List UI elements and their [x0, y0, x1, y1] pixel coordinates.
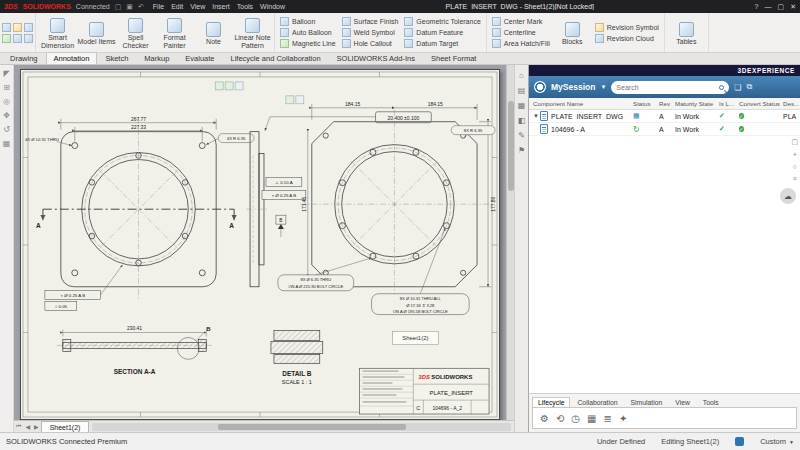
component-row-part[interactable]: 104696 - A ↻ A In Work ✓ ✓ — [529, 123, 800, 136]
tab-collaboration[interactable]: Collaboration — [571, 397, 623, 407]
drawing-canvas[interactable]: A A 267.77 227.33 4X R — [14, 65, 514, 432]
tab-sheet-format[interactable]: Sheet Format — [423, 52, 484, 64]
options-icon[interactable] — [24, 23, 33, 32]
search-icon[interactable] — [719, 85, 724, 90]
list-icon[interactable]: ≡ — [793, 175, 797, 182]
tab-annotation[interactable]: Annotation — [46, 52, 98, 64]
datum-target-button[interactable]: Datum Target — [404, 39, 480, 48]
select-icon[interactable] — [13, 34, 22, 43]
revision-symbol-button[interactable]: Revision Symbol — [595, 23, 659, 32]
hole-callout-button[interactable]: Hole Callout — [342, 39, 399, 48]
next-sheet-icon[interactable]: ▶ — [32, 423, 41, 430]
design-library-icon[interactable]: ▦ — [518, 101, 526, 110]
maturity-icon[interactable]: ⟲ — [556, 413, 564, 424]
datum-feature-button[interactable]: Datum Feature — [404, 28, 480, 37]
col-convert-status[interactable]: Convert Status — [739, 100, 783, 107]
horizontal-scrollbar[interactable] — [92, 423, 511, 431]
tab-tools[interactable]: Tools — [697, 397, 725, 407]
search-box[interactable] — [611, 81, 729, 94]
tag-icon[interactable]: ❏ — [734, 83, 741, 92]
revision-cloud-button[interactable]: Revision Cloud — [595, 34, 659, 43]
lifecycle-graph-icon[interactable]: ⚙ — [540, 413, 549, 424]
side-view[interactable] — [246, 132, 268, 287]
note-button[interactable]: Note — [194, 20, 233, 45]
menu-window[interactable]: Window — [260, 3, 285, 10]
revision-icon[interactable]: ◷ — [571, 413, 580, 424]
menu-insert[interactable]: Insert — [212, 3, 230, 10]
menu-view[interactable]: View — [190, 3, 205, 10]
tab-drawing[interactable]: Drawing — [2, 52, 46, 64]
prev-sheet-icon[interactable]: ◀ — [23, 423, 32, 430]
auto-balloon-button[interactable]: Auto Balloon — [280, 28, 336, 37]
menu-edit[interactable]: Edit — [171, 3, 183, 10]
maximize-icon[interactable]: ▢ — [778, 3, 785, 11]
3ds-compass-icon[interactable] — [534, 81, 546, 93]
tab-simulation[interactable]: Simulation — [625, 397, 669, 407]
save-icon[interactable]: ▣ — [126, 3, 133, 11]
undo-icon[interactable]: ↶ — [138, 3, 144, 11]
centerline-button[interactable]: Centerline — [492, 28, 550, 37]
col-component-name[interactable]: Component Name — [533, 100, 633, 107]
area-hatch-button[interactable]: Area Hatch/Fill — [492, 39, 550, 48]
minimize-icon[interactable]: — — [765, 3, 772, 11]
tab-view[interactable]: View — [669, 397, 696, 407]
add-icon[interactable]: + — [793, 151, 797, 158]
col-maturity[interactable]: Maturity State — [675, 100, 719, 107]
bookmark-icon[interactable]: ▢ — [791, 138, 798, 146]
close-icon[interactable]: ✕ — [790, 3, 796, 11]
filter-icon[interactable] — [24, 34, 33, 43]
rebuild-icon[interactable] — [2, 34, 11, 43]
surface-finish-button[interactable]: Surface Finish — [342, 17, 399, 26]
rotate-icon[interactable]: ↺ — [3, 125, 10, 134]
col-description[interactable]: Des... — [783, 100, 800, 107]
ownership-icon[interactable]: ▦ — [587, 413, 596, 424]
format-painter-button[interactable]: Format Painter — [155, 16, 194, 49]
layers-icon[interactable]: ▦ — [3, 139, 11, 148]
print-icon[interactable] — [13, 23, 22, 32]
section-view[interactable] — [57, 330, 212, 360]
tab-markup[interactable]: Markup — [136, 52, 177, 64]
vertical-scrollbar[interactable] — [506, 65, 514, 420]
linear-note-pattern-button[interactable]: Linear Note Pattern — [233, 16, 272, 49]
chevron-down-icon[interactable]: ▼ — [600, 84, 606, 90]
appearance-icon[interactable]: ◧ — [518, 116, 526, 125]
model-items-button[interactable]: Model Items — [77, 20, 116, 45]
col-rev[interactable]: Rev — [659, 100, 675, 107]
sheet-tab[interactable]: Sheet1(2) — [41, 421, 90, 432]
new-file-icon[interactable]: ▢ — [115, 3, 122, 11]
first-sheet-icon[interactable]: ⏮ — [14, 423, 23, 430]
select-arrow-icon[interactable]: ◤ — [3, 69, 9, 78]
magnetic-line-button[interactable]: Magnetic Line — [280, 39, 336, 48]
home-icon[interactable]: ⌂ — [519, 71, 524, 80]
history-icon[interactable]: ○ — [793, 163, 797, 170]
vertical-scrollbar-thumb[interactable] — [508, 101, 514, 191]
expand-panel-icon[interactable]: ⧉ — [747, 82, 753, 92]
spell-checker-button[interactable]: Spell Checker — [116, 16, 155, 49]
menu-file[interactable]: File — [153, 3, 164, 10]
blocks-button[interactable]: Blocks — [553, 20, 592, 45]
col-is-locked[interactable]: Is L... — [719, 100, 739, 107]
horizontal-scrollbar-thumb[interactable] — [218, 424, 406, 430]
expand-caret-icon[interactable]: ▼ — [533, 113, 540, 119]
weld-symbol-button[interactable]: Weld Symbol — [342, 28, 399, 37]
resources-icon[interactable]: ▤ — [518, 86, 526, 95]
duplicate-icon[interactable]: ≣ — [604, 413, 612, 424]
component-row-drawing[interactable]: ▼ PLATE_INSERT_DWG ▦ A In Work ✓ ✓ PLA — [529, 110, 800, 123]
detail-view[interactable] — [271, 331, 323, 364]
tables-button[interactable]: Tables — [667, 20, 706, 45]
tab-solidworks-addins[interactable]: SOLIDWORKS Add-Ins — [329, 52, 423, 64]
3dexperience-status-icon[interactable] — [735, 437, 744, 446]
col-status[interactable]: Status — [633, 100, 659, 107]
units-selector[interactable]: Custom ▼ — [760, 437, 794, 446]
floating-toolbar-icons[interactable] — [215, 82, 304, 104]
tab-sketch[interactable]: Sketch — [97, 52, 136, 64]
forum-icon[interactable]: ⚑ — [518, 146, 525, 155]
menu-tools[interactable]: Tools — [237, 3, 253, 10]
tab-evaluate[interactable]: Evaluate — [177, 52, 222, 64]
drawing-sheet[interactable]: A A 267.77 227.33 4X R — [20, 69, 500, 420]
smart-dimension-button[interactable]: Smart Dimension — [38, 16, 77, 49]
top-plate-view[interactable] — [300, 110, 489, 299]
geometric-tolerance-button[interactable]: Geometric Tolerance — [404, 17, 480, 26]
zoom-icon[interactable]: ◎ — [3, 97, 10, 106]
balloon-button[interactable]: Balloon — [280, 17, 336, 26]
